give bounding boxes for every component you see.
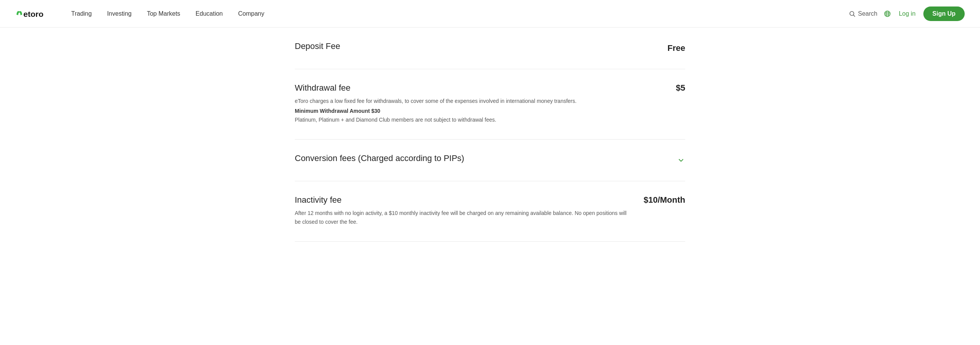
conversion-fee-title: Conversion fees (Charged according to PI… xyxy=(295,153,464,163)
deposit-fee-value: Free xyxy=(668,43,685,53)
inactivity-fee-desc: After 12 months with no login activity, … xyxy=(295,209,628,226)
withdrawal-fee-title: Withdrawal fee xyxy=(295,83,661,93)
conversion-fee-right xyxy=(677,156,685,164)
globe-icon[interactable] xyxy=(884,10,891,18)
svg-point-1 xyxy=(850,11,854,16)
nav-item-company[interactable]: Company xyxy=(232,7,270,20)
inactivity-fee-row: Inactivity fee After 12 months with no l… xyxy=(295,181,685,242)
inactivity-fee-left: Inactivity fee After 12 months with no l… xyxy=(295,195,644,228)
etoro-logo-svg: etoro xyxy=(15,6,50,21)
search-icon xyxy=(849,10,856,17)
conversion-fee-row: Conversion fees (Charged according to PI… xyxy=(295,140,685,181)
nav-item-trading[interactable]: Trading xyxy=(65,7,98,20)
deposit-fee-title: Deposit Fee xyxy=(295,41,340,51)
navbar: etoro Trading Investing Top Markets Educ… xyxy=(0,0,980,28)
svg-line-2 xyxy=(854,15,855,16)
inactivity-fee-value: $10/Month xyxy=(644,195,685,205)
withdrawal-fee-row: Withdrawal fee eToro charges a low fixed… xyxy=(295,69,685,140)
withdrawal-fee-desc1: eToro charges a low fixed fee for withdr… xyxy=(295,97,661,105)
nav-item-education[interactable]: Education xyxy=(189,7,229,20)
nav-links: Trading Investing Top Markets Education … xyxy=(65,7,849,20)
inactivity-fee-right: $10/Month xyxy=(644,195,685,205)
logo[interactable]: etoro xyxy=(15,6,50,21)
withdrawal-fee-right: $5 xyxy=(676,83,685,93)
nav-item-investing[interactable]: Investing xyxy=(101,7,138,20)
main-content: Deposit Fee Free Withdrawal fee eToro ch… xyxy=(279,28,701,242)
nav-item-top-markets[interactable]: Top Markets xyxy=(141,7,186,20)
inactivity-fee-title: Inactivity fee xyxy=(295,195,628,205)
withdrawal-fee-desc2: Platinum, Platinum + and Diamond Club me… xyxy=(295,116,661,124)
withdrawal-fee-bold: Minimum Withdrawal Amount $30 xyxy=(295,107,661,115)
search-label: Search xyxy=(858,10,877,17)
withdrawal-fee-left: Withdrawal fee eToro charges a low fixed… xyxy=(295,83,676,125)
deposit-fee-row: Deposit Fee Free xyxy=(295,28,685,69)
login-button[interactable]: Log in xyxy=(897,7,917,20)
nav-right: Search Log in Sign Up xyxy=(849,7,965,21)
search-button[interactable]: Search xyxy=(849,10,877,17)
svg-text:etoro: etoro xyxy=(23,10,44,18)
chevron-down-icon[interactable] xyxy=(677,156,685,164)
withdrawal-fee-value: $5 xyxy=(676,83,685,93)
signup-button[interactable]: Sign Up xyxy=(923,7,965,21)
